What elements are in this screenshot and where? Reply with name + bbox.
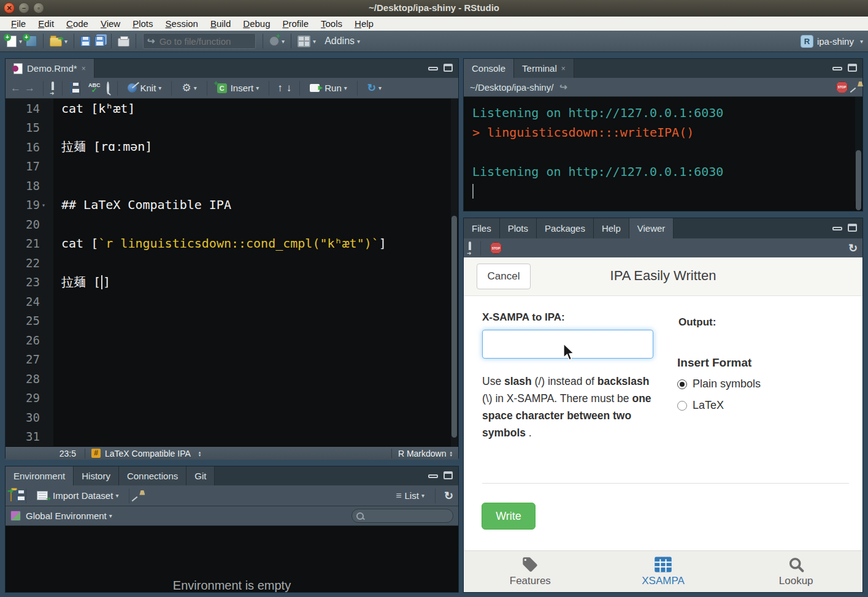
- minimize-pane-button[interactable]: [832, 64, 842, 70]
- minimize-pane-button[interactable]: [428, 64, 438, 70]
- goto-input[interactable]: [158, 36, 240, 47]
- viewer-refresh-button[interactable]: ↻: [848, 241, 858, 255]
- load-workspace-button[interactable]: ➜: [10, 490, 12, 501]
- save-workspace-button[interactable]: [16, 490, 17, 501]
- list-icon: ≡: [396, 490, 401, 501]
- tab-console[interactable]: Console: [464, 59, 514, 78]
- go-prev-section-button[interactable]: ↑: [277, 82, 283, 94]
- tab-plots[interactable]: Plots: [500, 218, 537, 238]
- maximize-pane-button[interactable]: [848, 64, 857, 72]
- pane-layout-button[interactable]: ▾: [296, 34, 318, 48]
- refresh-icon: ↻: [848, 242, 858, 254]
- viewer-popout-button[interactable]: [469, 243, 471, 253]
- tab-terminal[interactable]: Terminal×: [514, 59, 574, 78]
- menu-view[interactable]: View: [94, 18, 126, 29]
- refresh-environment-button[interactable]: ↻: [444, 489, 453, 503]
- goto-directory-icon[interactable]: ↪: [559, 82, 567, 93]
- tab-git[interactable]: Git: [186, 466, 215, 485]
- minimize-pane-button[interactable]: [832, 224, 842, 230]
- viewer-stop-button[interactable]: STOP: [490, 242, 502, 254]
- write-button[interactable]: Write: [482, 503, 536, 530]
- refresh-icon: ↻: [444, 490, 453, 502]
- nav-lookup[interactable]: Lookup: [729, 551, 862, 592]
- rerun-icon: ↻: [367, 82, 376, 94]
- find-replace-button[interactable]: [107, 83, 109, 93]
- stop-button[interactable]: STOP: [836, 82, 848, 93]
- new-file-button[interactable]: +▾: [5, 34, 24, 48]
- list-view-button[interactable]: ≡List▾: [394, 489, 426, 503]
- tab-files[interactable]: Files: [464, 218, 500, 238]
- environment-search[interactable]: [351, 509, 453, 523]
- tab-history[interactable]: History: [74, 466, 119, 485]
- import-dataset-button[interactable]: Import Dataset▾: [35, 489, 120, 502]
- menu-build[interactable]: Build: [204, 18, 237, 29]
- tab-help[interactable]: Help: [594, 218, 629, 238]
- save-button[interactable]: [79, 35, 93, 48]
- goto-file-function[interactable]: ↪: [143, 33, 256, 49]
- main-toolbar: +▾ + ➜▾ ↪ ▾ ▾ Addins▾ R ipa-shiny ▾: [0, 31, 868, 52]
- tab-demo-rmd[interactable]: Demo.Rmd* ×: [6, 59, 94, 78]
- menu-code[interactable]: Code: [60, 18, 94, 29]
- maximize-pane-button[interactable]: [444, 471, 453, 479]
- radio-plain-symbols[interactable]: Plain symbols: [677, 378, 761, 390]
- popout-button[interactable]: [52, 83, 54, 93]
- version-control-button[interactable]: ▾: [267, 35, 286, 47]
- spellcheck-button[interactable]: ABC✓: [88, 83, 101, 93]
- new-project-button[interactable]: +: [24, 34, 39, 48]
- source-toolbar: ← → ABC✓ Knit▾ ⚙▾ CInsert▾ ↑ ↓ Run▾ ↻▾: [6, 78, 458, 99]
- tab-title: Demo.Rmd*: [27, 63, 77, 74]
- import-dataset-icon: [37, 491, 48, 500]
- menu-help[interactable]: Help: [348, 18, 380, 29]
- nav-features[interactable]: Features: [464, 551, 597, 592]
- run-button[interactable]: Run▾: [308, 82, 349, 94]
- environment-search-input[interactable]: [367, 511, 437, 521]
- knit-button[interactable]: Knit▾: [126, 82, 164, 94]
- console-output[interactable]: Listening on http://127.0.0.1:6030> ling…: [464, 97, 862, 201]
- git-icon: [269, 36, 279, 46]
- editor-code[interactable]: 14cat [kʰæt]1516拉麺 [rɑːmən]171819▾## LaT…: [6, 99, 458, 447]
- go-next-section-button[interactable]: ↓: [286, 82, 292, 94]
- tab-packages[interactable]: Packages: [537, 218, 594, 238]
- forward-button[interactable]: →: [25, 82, 35, 94]
- console-scrollbar[interactable]: [855, 97, 862, 201]
- nav-xsampa[interactable]: XSAMPA: [597, 551, 730, 592]
- maximize-pane-button[interactable]: [848, 224, 857, 232]
- scope-selector[interactable]: Global Environment: [26, 511, 107, 521]
- window-title: ~/Desktop/ipa-shiny - RStudio: [0, 2, 868, 13]
- close-tab-icon[interactable]: ×: [82, 64, 86, 73]
- open-folder-icon: ➜: [50, 37, 62, 47]
- radio-latex[interactable]: LaTeX: [677, 399, 724, 412]
- maximize-pane-button[interactable]: [444, 64, 453, 72]
- open-file-button[interactable]: ➜▾: [48, 34, 69, 48]
- menu-debug[interactable]: Debug: [237, 18, 276, 29]
- print-button[interactable]: [116, 34, 131, 48]
- save-all-button[interactable]: [93, 35, 107, 48]
- project-menu[interactable]: R ipa-shiny ▾: [801, 35, 863, 48]
- menu-file[interactable]: File: [5, 18, 32, 29]
- back-button[interactable]: ←: [10, 82, 21, 94]
- goto-arrow-icon: ↪: [147, 36, 155, 47]
- table-icon: [654, 556, 672, 573]
- save-icon: [80, 36, 91, 47]
- section-selector[interactable]: LaTeX Compatible IPA: [105, 449, 191, 458]
- addins-button[interactable]: Addins▾: [323, 34, 362, 48]
- tab-viewer[interactable]: Viewer: [629, 218, 674, 238]
- rerun-button[interactable]: ↻▾: [366, 80, 383, 96]
- environment-content: Environment is empty: [6, 526, 458, 595]
- editor-scrollbar[interactable]: [451, 99, 458, 447]
- minimize-pane-button[interactable]: [428, 471, 438, 478]
- menu-tools[interactable]: Tools: [315, 18, 348, 29]
- file-type-selector[interactable]: R Markdown ▴▾: [391, 449, 458, 458]
- tab-environment[interactable]: Environment: [6, 466, 74, 485]
- close-tab-icon[interactable]: ×: [561, 64, 566, 73]
- menu-edit[interactable]: Edit: [32, 18, 60, 29]
- tab-connections[interactable]: Connections: [119, 466, 186, 485]
- insert-chunk-button[interactable]: CInsert▾: [215, 82, 261, 94]
- menu-plots[interactable]: Plots: [126, 18, 159, 29]
- menu-profile[interactable]: Profile: [277, 18, 315, 29]
- save-source-button[interactable]: [71, 83, 72, 93]
- xsampa-input[interactable]: [482, 330, 653, 359]
- save-icon: [71, 82, 72, 94]
- settings-button[interactable]: ⚙▾: [180, 80, 198, 96]
- menu-session[interactable]: Session: [159, 18, 204, 29]
